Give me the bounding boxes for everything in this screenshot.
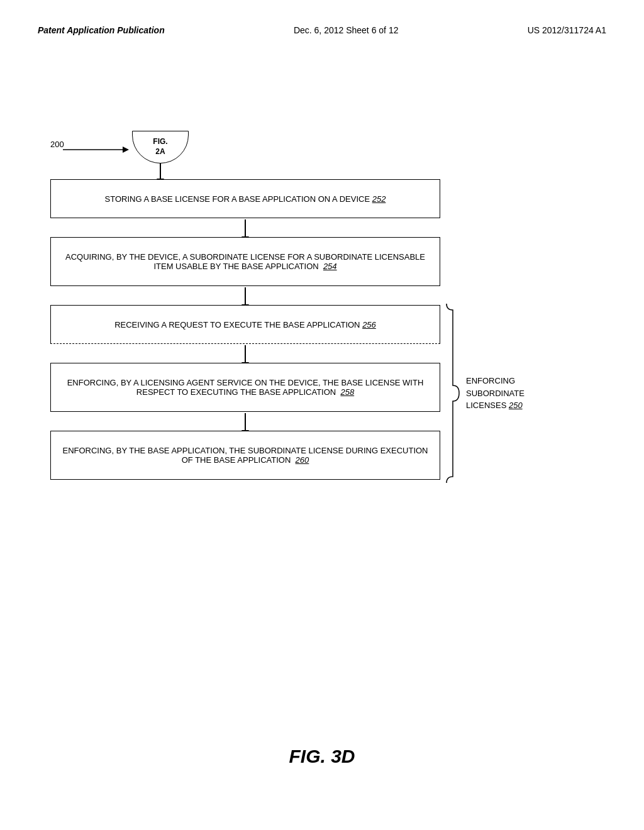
header-patent-number: US 2012/311724 A1: [528, 25, 606, 35]
figure-ref-label: 200: [50, 140, 64, 149]
header-date-sheet: Dec. 6, 2012 Sheet 6 of 12: [294, 25, 399, 35]
step-260-num: 260: [296, 455, 309, 465]
step-254-text: ACQUIRING, BY THE DEVICE, A SUBORDINATE …: [60, 252, 430, 271]
figure-caption: FIG. 3D: [0, 746, 644, 767]
flow-box-260: ENFORCING, BY THE BASE APPLICATION, THE …: [50, 431, 440, 480]
brace-annotation: ENFORCING SUBORDINATE LICENSES 250: [445, 304, 525, 483]
step-256-text: RECEIVING A REQUEST TO EXECUTE THE BASE …: [114, 320, 376, 329]
brace-num: 250: [509, 401, 523, 410]
step-252-text: STORING A BASE LICENSE FOR A BASE APPLIC…: [105, 194, 386, 204]
brace-label-line3: LICENSES 250: [466, 399, 525, 412]
step-256-num: 256: [362, 320, 376, 329]
ref-arrow: [63, 143, 132, 156]
page-header: Patent Application Publication Dec. 6, 2…: [0, 0, 644, 35]
step-258-num: 258: [340, 387, 354, 397]
step-254-num: 254: [323, 262, 337, 271]
terminal-box: FIG.2A: [132, 131, 189, 163]
arrow-252-254: [245, 219, 246, 237]
flow-box-258: ENFORCING, BY A LICENSING AGENT SERVICE …: [50, 363, 440, 412]
arrow-256-258: [245, 345, 246, 363]
flow-box-254: ACQUIRING, BY THE DEVICE, A SUBORDINATE …: [50, 237, 440, 286]
arrow-terminal-to-252: [160, 163, 161, 179]
step-252-num: 252: [372, 194, 386, 204]
flow-box-252: STORING A BASE LICENSE FOR A BASE APPLIC…: [50, 179, 440, 218]
flow-box-256: RECEIVING A REQUEST TO EXECUTE THE BASE …: [50, 305, 440, 344]
brace-text-block: ENFORCING SUBORDINATE LICENSES 250: [466, 375, 525, 412]
step-260-text: ENFORCING, BY THE BASE APPLICATION, THE …: [60, 446, 430, 465]
brace-label-line2: SUBORDINATE: [466, 387, 525, 400]
arrow-254-256: [245, 287, 246, 305]
step-258-text: ENFORCING, BY A LICENSING AGENT SERVICE …: [60, 378, 430, 397]
svg-marker-1: [123, 147, 129, 153]
brace-label-line1: ENFORCING: [466, 375, 525, 387]
arrow-258-260: [245, 413, 246, 431]
header-publication-label: Patent Application Publication: [38, 25, 165, 35]
brace-svg: [445, 304, 461, 483]
